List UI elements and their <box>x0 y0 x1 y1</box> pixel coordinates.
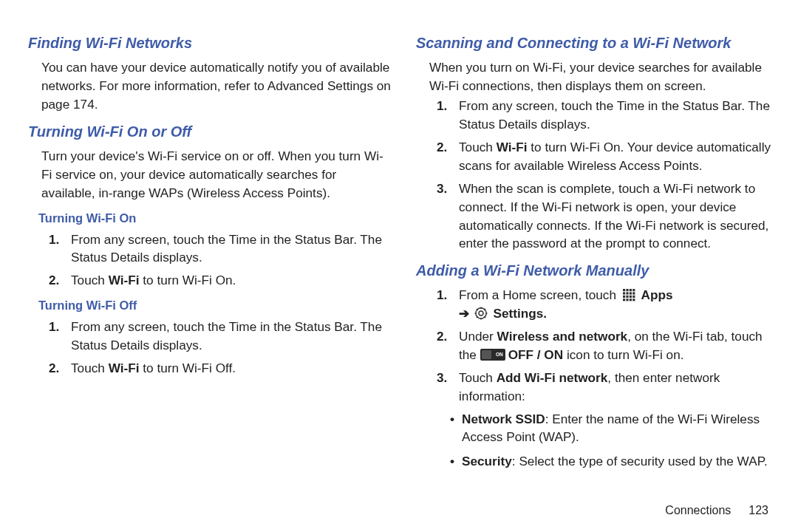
step: 1. From a Home screen, touch Apps ➔ <box>459 286 779 323</box>
svg-rect-0 <box>623 289 625 291</box>
bold-addwifi: Add Wi-Fi network <box>497 370 608 385</box>
para-finding-wifi: You can have your device automatically n… <box>28 58 391 114</box>
svg-rect-15 <box>632 299 635 301</box>
step: 2.Touch Wi-Fi to turn Wi-Fi On. <box>71 271 391 290</box>
step: 2.Touch Wi-Fi to turn Wi-Fi Off. <box>71 359 391 378</box>
link-advanced-settings[interactable]: Advanced Settings <box>267 78 373 93</box>
step-text: From any screen, touch the Time in the S… <box>71 232 382 265</box>
bullet: Network SSID: Enter the name of the Wi-F… <box>462 410 779 446</box>
svg-rect-10 <box>630 296 632 298</box>
svg-rect-5 <box>626 293 628 295</box>
arrow-icon: ➔ <box>459 306 469 321</box>
step: 3. Touch Add Wi-Fi network, then enter n… <box>459 369 779 406</box>
svg-rect-12 <box>623 299 625 301</box>
text: to turn Wi-Fi Off. <box>140 361 236 375</box>
steps-wifi-off: 1.From any screen, touch the Time in the… <box>28 318 391 378</box>
settings-gear-icon <box>474 307 488 320</box>
svg-rect-9 <box>626 296 628 298</box>
step: 3.When the scan is complete, touch a Wi-… <box>459 180 779 253</box>
text: Touch <box>459 140 497 154</box>
para-scanning: When you turn on Wi-Fi, your device sear… <box>416 58 779 95</box>
left-column: Finding Wi-Fi Networks You can have your… <box>28 33 391 476</box>
svg-rect-3 <box>632 289 635 291</box>
svg-rect-14 <box>630 299 632 301</box>
step-text: From any screen, touch the Time in the S… <box>459 98 770 132</box>
step-text: From any screen, touch the Time in the S… <box>71 319 382 352</box>
step: 2.Touch Wi-Fi to turn Wi-Fi On. Your dev… <box>459 138 779 175</box>
svg-rect-11 <box>632 296 635 298</box>
bullet: Security: Select the type of security us… <box>462 452 779 470</box>
bold-apps: Apps <box>641 287 673 302</box>
manual-page: Finding Wi-Fi Networks You can have your… <box>0 0 798 491</box>
step: 1.From any screen, touch the Time in the… <box>459 97 779 134</box>
svg-rect-7 <box>632 293 635 295</box>
step: 1.From any screen, touch the Time in the… <box>71 318 391 355</box>
steps-adding: 1. From a Home screen, touch Apps ➔ <box>416 286 779 406</box>
text: icon to turn Wi-Fi on. <box>563 347 683 362</box>
step-text: When the scan is complete, touch a Wi-Fi… <box>459 181 768 251</box>
heading-scanning: Scanning and Connecting to a Wi-Fi Netwo… <box>416 33 779 54</box>
svg-rect-13 <box>626 299 628 301</box>
text: Touch <box>71 273 109 287</box>
text: Touch <box>459 370 497 385</box>
bold-settings: Settings. <box>494 306 548 321</box>
svg-rect-8 <box>623 296 625 298</box>
subheading-wifi-off: Turning Wi-Fi Off <box>28 297 391 315</box>
text: Touch <box>71 361 109 375</box>
step: 1.From any screen, touch the Time in the… <box>71 231 391 267</box>
svg-rect-1 <box>626 289 628 291</box>
footer-page-number: 123 <box>748 504 768 516</box>
subheading-wifi-on: Turning Wi-Fi On <box>28 210 391 228</box>
heading-turning-wifi: Turning Wi-Fi On or Off <box>28 121 391 143</box>
text: : Select the type of security used by th… <box>512 454 768 468</box>
para-turning-wifi: Turn your device's Wi-Fi service on or o… <box>28 147 391 202</box>
page-footer: Connections123 <box>665 504 768 517</box>
steps-wifi-on: 1.From any screen, touch the Time in the… <box>28 231 391 290</box>
svg-rect-4 <box>623 293 625 295</box>
step: 2. Under Wireless and network, on the Wi… <box>459 327 779 364</box>
bold-wireless: Wireless and network <box>497 329 628 344</box>
on-off-switch-icon <box>480 349 505 361</box>
text: From a Home screen, touch <box>459 287 620 302</box>
bold-wifi: Wi-Fi <box>109 273 140 287</box>
bold-wifi: Wi-Fi <box>497 140 528 154</box>
svg-rect-2 <box>630 289 632 291</box>
svg-rect-6 <box>630 293 632 295</box>
text: Under <box>459 329 497 344</box>
right-column: Scanning and Connecting to a Wi-Fi Netwo… <box>416 33 779 476</box>
text: to turn Wi-Fi On. <box>140 273 236 287</box>
footer-section: Connections <box>665 504 731 516</box>
heading-finding-wifi: Finding Wi-Fi Networks <box>28 33 391 54</box>
bullets-network-info: Network SSID: Enter the name of the Wi-F… <box>416 410 779 470</box>
steps-scanning: 1.From any screen, touch the Time in the… <box>416 97 779 253</box>
bold-off-on: OFF / ON <box>508 347 563 362</box>
bold-security: Security <box>462 454 512 468</box>
apps-icon <box>622 288 635 301</box>
bold-wifi: Wi-Fi <box>109 361 140 375</box>
heading-adding-manually: Adding a Wi-Fi Network Manually <box>416 260 779 282</box>
svg-point-16 <box>479 311 483 316</box>
bold-ssid: Network SSID <box>462 412 545 426</box>
